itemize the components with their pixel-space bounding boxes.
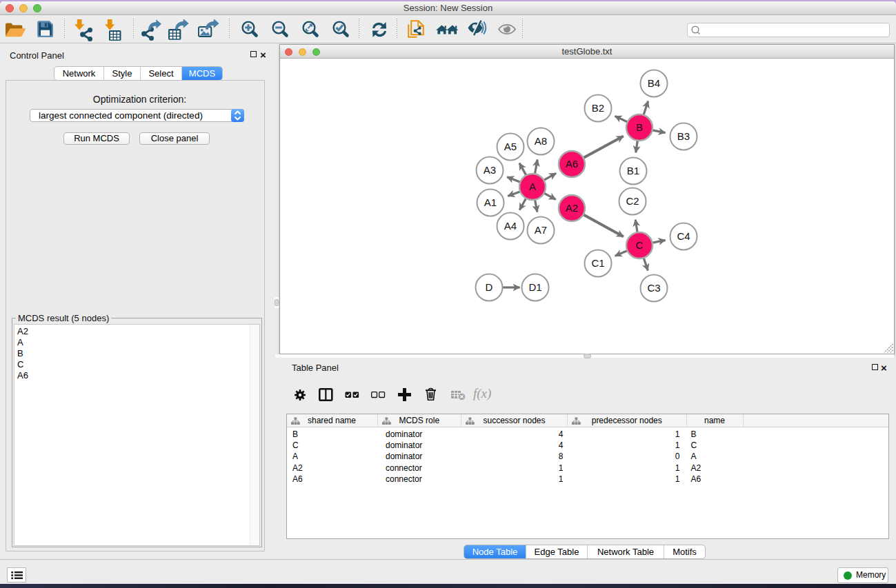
svg-text:B3: B3 xyxy=(677,130,690,142)
svg-text:B4: B4 xyxy=(648,77,660,89)
svg-text:A7: A7 xyxy=(535,224,547,236)
svg-text:C3: C3 xyxy=(647,282,660,294)
svg-text:B: B xyxy=(636,121,643,133)
svg-text:C2: C2 xyxy=(626,195,639,207)
svg-text:B2: B2 xyxy=(592,102,604,114)
svg-text:A: A xyxy=(529,181,536,192)
svg-text:A6: A6 xyxy=(566,158,578,170)
svg-text:A2: A2 xyxy=(566,202,578,214)
svg-text:C: C xyxy=(636,239,644,251)
svg-text:D: D xyxy=(486,281,493,293)
svg-text:A8: A8 xyxy=(535,135,547,147)
svg-text:A5: A5 xyxy=(504,141,517,152)
svg-text:A4: A4 xyxy=(504,220,517,232)
svg-text:D1: D1 xyxy=(528,281,541,293)
svg-text:C1: C1 xyxy=(591,257,604,269)
svg-text:A1: A1 xyxy=(484,196,497,208)
svg-text:B1: B1 xyxy=(627,165,639,176)
svg-text:C4: C4 xyxy=(677,230,690,242)
svg-text:A3: A3 xyxy=(484,164,496,176)
